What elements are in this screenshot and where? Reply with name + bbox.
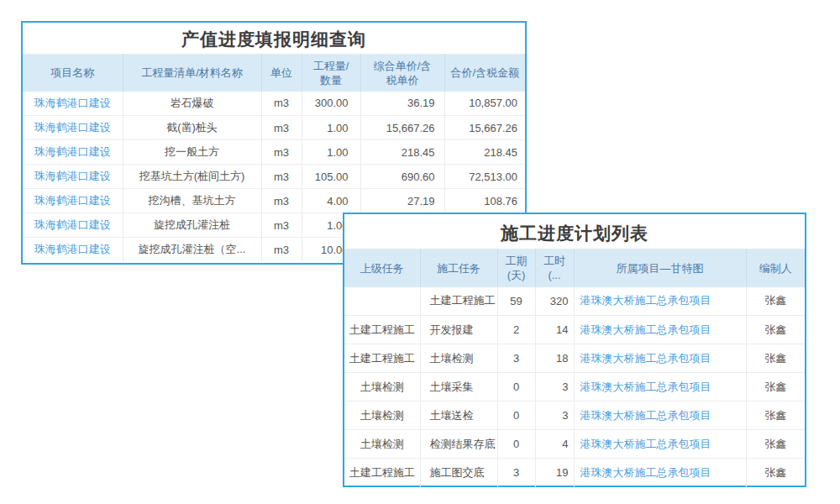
cell: m3 bbox=[261, 213, 302, 238]
cell: 施工图交底 bbox=[420, 459, 497, 487]
link-cell: 珠海鹤港口建设 bbox=[23, 189, 123, 213]
cell: 旋挖成孔灌注桩 bbox=[123, 213, 261, 238]
cell: 4 bbox=[535, 430, 574, 459]
column-header: 单位 bbox=[261, 55, 302, 92]
project-link[interactable]: 珠海鹤港口建设 bbox=[34, 170, 111, 182]
construction-schedule-table: 上级任务施工任务工期 (天)工时 (...所属项目—甘特图编制人 土建工程施工5… bbox=[344, 249, 805, 487]
cell: 690.60 bbox=[360, 165, 444, 189]
table-row: 土建工程施工土壤检测318港珠澳大桥施工总承包项目张鑫 bbox=[344, 344, 805, 373]
cell: 挖基坑土方(桩间土方) bbox=[123, 165, 261, 189]
cell: 挖沟槽、基坑土方 bbox=[123, 189, 261, 213]
gantt-project-link[interactable]: 港珠澳大桥施工总承包项目 bbox=[580, 294, 711, 307]
gantt-project-link[interactable]: 港珠澳大桥施工总承包项目 bbox=[580, 466, 711, 479]
cell: 张鑫 bbox=[746, 459, 805, 487]
cell: 218.45 bbox=[360, 140, 444, 165]
link-cell: 港珠澳大桥施工总承包项目 bbox=[574, 459, 746, 487]
link-cell: 珠海鹤港口建设 bbox=[23, 238, 123, 262]
panel-title: 产值进度填报明细查询 bbox=[23, 23, 525, 54]
gantt-project-link[interactable]: 港珠澳大桥施工总承包项目 bbox=[580, 409, 711, 422]
cell: 218.45 bbox=[444, 140, 525, 165]
cell: 3 bbox=[497, 344, 535, 373]
gantt-project-link[interactable]: 港珠澳大桥施工总承包项目 bbox=[580, 352, 711, 365]
cell: 岩石爆破 bbox=[123, 92, 261, 116]
column-header: 综合单价/含 税单价 bbox=[360, 55, 444, 92]
column-header: 施工任务 bbox=[420, 249, 497, 287]
table-row: 土壤检测土壤送检03港珠澳大桥施工总承包项目张鑫 bbox=[344, 402, 805, 430]
cell: 土建工程施工 bbox=[344, 316, 420, 344]
table-row: 土壤检测检测结果存底04港珠澳大桥施工总承包项目张鑫 bbox=[344, 430, 805, 459]
column-header: 项目名称 bbox=[23, 55, 123, 92]
project-link[interactable]: 珠海鹤港口建设 bbox=[34, 194, 111, 207]
cell: m3 bbox=[261, 92, 302, 116]
cell: m3 bbox=[261, 165, 302, 189]
link-cell: 珠海鹤港口建设 bbox=[23, 165, 123, 189]
cell: 3 bbox=[535, 373, 574, 402]
cell: 320 bbox=[535, 287, 574, 316]
cell bbox=[344, 287, 420, 316]
table-row: 珠海鹤港口建设截(凿)桩头m31.0015,667.2615,667.26 bbox=[23, 116, 525, 140]
project-link[interactable]: 珠海鹤港口建设 bbox=[34, 243, 111, 255]
cell: 18 bbox=[535, 344, 574, 373]
cell: 挖一般土方 bbox=[123, 140, 261, 165]
cell: 3 bbox=[497, 459, 535, 487]
table-row: 珠海鹤港口建设挖一般土方m31.00218.45218.45 bbox=[23, 140, 525, 165]
table-row: 珠海鹤港口建设挖基坑土方(桩间土方)m3105.00690.6072,513.0… bbox=[23, 165, 525, 189]
cell: 土壤采集 bbox=[420, 373, 497, 402]
link-cell: 珠海鹤港口建设 bbox=[23, 213, 123, 238]
project-link[interactable]: 珠海鹤港口建设 bbox=[34, 121, 111, 134]
cell: 0 bbox=[497, 402, 535, 430]
cell: 10,857.00 bbox=[444, 92, 525, 116]
column-header: 工期 (天) bbox=[497, 249, 535, 287]
cell: 张鑫 bbox=[746, 287, 805, 316]
panel-title: 施工进度计划列表 bbox=[344, 214, 805, 249]
cell: 105.00 bbox=[302, 165, 360, 189]
cell: 张鑫 bbox=[746, 430, 805, 459]
link-cell: 港珠澳大桥施工总承包项目 bbox=[574, 344, 746, 373]
cell: 张鑫 bbox=[746, 344, 805, 373]
cell: 张鑫 bbox=[746, 373, 805, 402]
cell: 19 bbox=[535, 459, 574, 487]
cell: 15,667.26 bbox=[444, 116, 525, 140]
column-header: 上级任务 bbox=[344, 249, 420, 287]
cell: 0 bbox=[497, 373, 535, 402]
gantt-project-link[interactable]: 港珠澳大桥施工总承包项目 bbox=[580, 438, 711, 450]
cell: 36.19 bbox=[360, 92, 444, 116]
gantt-project-link[interactable]: 港珠澳大桥施工总承包项目 bbox=[580, 381, 711, 393]
link-cell: 港珠澳大桥施工总承包项目 bbox=[574, 287, 746, 316]
link-cell: 珠海鹤港口建设 bbox=[23, 140, 123, 165]
table-row: 土建工程施工施工图交底319港珠澳大桥施工总承包项目张鑫 bbox=[344, 459, 805, 487]
cell: 土建工程施工 bbox=[344, 459, 420, 487]
cell: 27.19 bbox=[360, 189, 444, 213]
link-cell: 港珠澳大桥施工总承包项目 bbox=[574, 316, 746, 344]
table-row: 土建工程施工59320港珠澳大桥施工总承包项目张鑫 bbox=[344, 287, 805, 316]
cell: 1.00 bbox=[302, 140, 360, 165]
table-row: 珠海鹤港口建设岩石爆破m3300.0036.1910,857.00 bbox=[23, 92, 525, 116]
column-header: 工程量清单/材料名称 bbox=[123, 55, 261, 92]
cell: 张鑫 bbox=[746, 402, 805, 430]
project-link[interactable]: 珠海鹤港口建设 bbox=[34, 97, 111, 109]
project-link[interactable]: 珠海鹤港口建设 bbox=[34, 218, 111, 231]
column-header: 所属项目—甘特图 bbox=[574, 249, 746, 287]
project-link[interactable]: 珠海鹤港口建设 bbox=[34, 145, 111, 158]
link-cell: 珠海鹤港口建设 bbox=[23, 92, 123, 116]
gantt-project-link[interactable]: 港珠澳大桥施工总承包项目 bbox=[580, 323, 711, 336]
cell: 土壤送检 bbox=[420, 402, 497, 430]
column-header: 工时 (... bbox=[535, 249, 574, 287]
link-cell: 港珠澳大桥施工总承包项目 bbox=[574, 430, 746, 459]
cell: 4.00 bbox=[302, 189, 360, 213]
column-header: 合价/含税金额 bbox=[444, 55, 525, 92]
cell: 检测结果存底 bbox=[420, 430, 497, 459]
cell: m3 bbox=[261, 140, 302, 165]
cell: 300.00 bbox=[302, 92, 360, 116]
cell: 土壤检测 bbox=[344, 402, 420, 430]
table-row: 土壤检测土壤采集03港珠澳大桥施工总承包项目张鑫 bbox=[344, 373, 805, 402]
cell: 截(凿)桩头 bbox=[123, 116, 261, 140]
cell: 张鑫 bbox=[746, 316, 805, 344]
cell: 土建工程施工 bbox=[344, 344, 420, 373]
cell: m3 bbox=[261, 189, 302, 213]
cell: 3 bbox=[535, 402, 574, 430]
link-cell: 港珠澳大桥施工总承包项目 bbox=[574, 373, 746, 402]
header-row: 项目名称工程量清单/材料名称单位工程量/ 数量综合单价/含 税单价合价/含税金额 bbox=[23, 55, 525, 92]
cell: 2 bbox=[497, 316, 535, 344]
cell: 土建工程施工 bbox=[420, 287, 497, 316]
